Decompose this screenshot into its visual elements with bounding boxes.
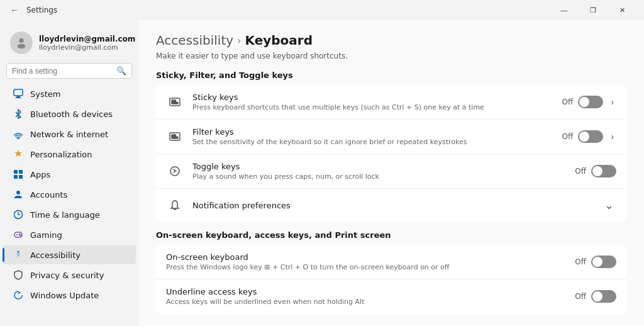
toggle-keys-text: Toggle keys Play a sound when you press … — [192, 162, 566, 181]
onscreen-name: On-screen keyboard — [166, 252, 566, 262]
sidebar-item-accessibility[interactable]: Accessibility — [3, 245, 136, 264]
user-info: lloydrlevin@gmail.com lloydrlevin@gmail.… — [39, 35, 135, 52]
toggle-keys-toggle[interactable] — [591, 165, 616, 177]
sidebar-item-update[interactable]: Windows Update — [3, 286, 136, 305]
filter-toggle[interactable] — [578, 130, 603, 143]
setting-row-notification[interactable]: Notification preferences ⌄ — [156, 189, 626, 222]
onscreen-text: On-screen keyboard Press the Windows log… — [166, 252, 566, 271]
filter-text: Filter keys Set the sensitivity of the k… — [192, 127, 553, 146]
sticky-chevron[interactable]: › — [608, 96, 616, 108]
search-box[interactable]: 🔍 — [6, 63, 132, 79]
underline-state: Off — [575, 292, 586, 301]
titlebar-title: Settings — [26, 6, 57, 14]
user-section[interactable]: lloydrlevin@gmail.com lloydrlevin@gmail.… — [0, 25, 138, 63]
sidebar-item-bluetooth[interactable]: Bluetooth & devices — [3, 104, 136, 123]
close-button[interactable]: ✕ — [608, 0, 636, 20]
breadcrumb-current: Keyboard — [245, 33, 312, 48]
svg-point-0 — [19, 38, 23, 43]
onscreen-desc: Press the Windows logo key ⊞ + Ctrl + O … — [166, 263, 566, 271]
section1-title: Sticky, Filter, and Toggle keys — [156, 70, 626, 80]
onscreen-toggle[interactable] — [591, 256, 616, 268]
filter-name: Filter keys — [192, 127, 553, 137]
titlebar-left: ← Settings — [8, 4, 57, 16]
user-name: lloydrlevin@gmail.com — [39, 35, 135, 43]
app-container: lloydrlevin@gmail.com lloydrlevin@gmail.… — [0, 20, 644, 326]
svg-rect-4 — [15, 98, 21, 98]
privacy-icon — [13, 269, 24, 281]
minimize-button[interactable]: — — [550, 0, 579, 20]
sidebar-item-time[interactable]: Time & language — [3, 205, 136, 224]
toggle-keys-state: Off — [575, 167, 586, 176]
svg-rect-6 — [14, 170, 18, 174]
settings-card-1: Sticky keys Press keyboard shortcuts tha… — [156, 85, 626, 222]
filter-state: Off — [562, 132, 574, 141]
underline-desc: Access keys will be underlined even when… — [166, 298, 566, 306]
time-icon — [13, 209, 24, 220]
setting-row-toggle[interactable]: Toggle keys Play a sound when you press … — [156, 154, 626, 189]
network-icon — [13, 128, 24, 140]
sidebar-item-personalization[interactable]: Personalization — [3, 145, 136, 164]
sidebar-item-apps[interactable]: Apps — [3, 165, 136, 184]
underline-toggle[interactable] — [591, 290, 616, 303]
notification-expand[interactable]: ⌄ — [602, 197, 616, 213]
svg-point-1 — [18, 44, 26, 48]
svg-rect-22 — [172, 137, 178, 139]
setting-row-sticky[interactable]: Sticky keys Press keyboard shortcuts tha… — [156, 85, 626, 120]
sticky-controls: Off › — [562, 96, 616, 108]
svg-rect-16 — [172, 100, 174, 102]
toggle-keys-controls: Off — [575, 165, 616, 177]
sidebar-label-privacy: Privacy & security — [30, 271, 104, 280]
setting-row-underline[interactable]: Underline access keys Access keys will b… — [156, 279, 626, 313]
underline-text: Underline access keys Access keys will b… — [166, 287, 566, 306]
setting-row-onscreen[interactable]: On-screen keyboard Press the Windows log… — [156, 245, 626, 279]
main-content: Accessibility › Keyboard Make it easier … — [138, 20, 644, 326]
page-subtitle: Make it easier to type and use keyboard … — [156, 52, 626, 60]
update-icon — [13, 289, 24, 301]
svg-rect-21 — [174, 135, 176, 137]
search-input[interactable] — [12, 67, 113, 76]
sidebar-item-network[interactable]: Network & internet — [3, 125, 136, 143]
setting-row-filter[interactable]: Filter keys Set the sensitivity of the k… — [156, 120, 626, 154]
bluetooth-icon — [13, 108, 24, 120]
sidebar-label-accessibility: Accessibility — [30, 250, 80, 260]
sidebar-label-bluetooth: Bluetooth & devices — [30, 110, 113, 119]
filter-controls: Off › — [562, 130, 616, 143]
svg-rect-3 — [16, 96, 20, 98]
sidebar-item-gaming[interactable]: Gaming — [3, 225, 136, 244]
sidebar-item-privacy[interactable]: Privacy & security — [3, 266, 136, 284]
svg-rect-9 — [19, 175, 23, 179]
sticky-toggle[interactable] — [578, 96, 603, 108]
sticky-text: Sticky keys Press keyboard shortcuts tha… — [192, 93, 553, 111]
breadcrumb-arrow: › — [237, 35, 241, 47]
sidebar-item-accounts[interactable]: Accounts — [3, 185, 136, 204]
settings-card-2: On-screen keyboard Press the Windows log… — [156, 245, 626, 313]
sidebar-label-network: Network & internet — [30, 130, 108, 139]
user-email: lloydrlevin@gmail.com — [39, 43, 135, 52]
onscreen-controls: Off — [575, 256, 616, 268]
sidebar-label-gaming: Gaming — [30, 230, 62, 240]
sidebar-label-personalization: Personalization — [30, 150, 92, 159]
avatar — [10, 31, 33, 54]
svg-rect-18 — [172, 103, 178, 104]
search-icon: 🔍 — [116, 66, 126, 76]
back-button[interactable]: ← — [8, 4, 21, 16]
onscreen-state: Off — [575, 257, 586, 266]
sidebar-label-accounts: Accounts — [30, 190, 67, 200]
sidebar-item-system[interactable]: System — [3, 84, 136, 103]
gaming-icon — [13, 229, 24, 240]
sidebar-label-system: System — [30, 89, 60, 99]
notification-name: Notification preferences — [192, 201, 593, 210]
notification-controls: ⌄ — [602, 197, 616, 213]
svg-point-10 — [16, 191, 20, 194]
maximize-button[interactable]: ❐ — [579, 0, 608, 20]
breadcrumb-parent[interactable]: Accessibility — [156, 33, 233, 48]
sidebar-label-apps: Apps — [30, 170, 50, 179]
sticky-desc: Press keyboard shortcuts that use multip… — [192, 103, 553, 111]
underline-controls: Off — [575, 290, 616, 303]
filter-chevron[interactable]: › — [608, 130, 616, 143]
filter-desc: Set the sensitivity of the keyboard so i… — [192, 138, 553, 146]
svg-rect-8 — [14, 175, 18, 179]
svg-rect-17 — [174, 100, 176, 102]
svg-rect-20 — [172, 135, 174, 137]
titlebar-controls: — ❐ ✕ — [550, 0, 636, 20]
